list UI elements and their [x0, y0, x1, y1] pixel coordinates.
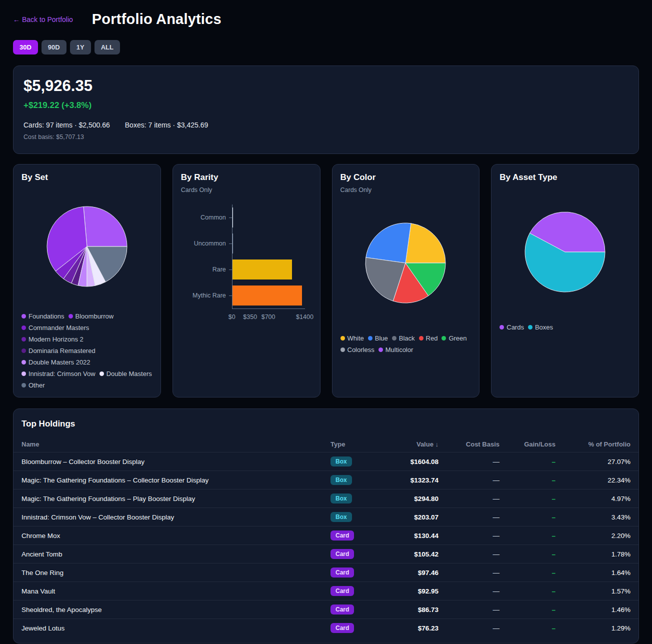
- legend-item-multicolor: Multicolor: [378, 346, 414, 354]
- time-range-button-all[interactable]: ALL: [94, 40, 120, 54]
- chart-title-by-asset-type: By Asset Type: [500, 172, 630, 182]
- legend-label: Modern Horizons 2: [28, 336, 84, 343]
- holding-cost-basis: —: [438, 495, 500, 502]
- holding-row[interactable]: Sheoldred, the ApocalypseCard$86.73—–1.4…: [14, 600, 638, 618]
- holding-cost-basis: —: [438, 606, 500, 614]
- holding-row[interactable]: Ancient TombCard$105.42—–1.78%: [14, 544, 638, 563]
- by-set-pie: [22, 182, 152, 310]
- top-holdings-card: Top Holdings NameTypeValue ↓Cost BasisGa…: [13, 408, 639, 644]
- holding-cost-basis: —: [438, 624, 500, 632]
- x-axis-tick-label: $350: [243, 314, 257, 320]
- column-header--of-portfolio[interactable]: % of Portfolio: [556, 440, 630, 448]
- type-badge-box: Box: [330, 475, 352, 485]
- holding-row[interactable]: Magic: The Gathering Foundations – Play …: [14, 489, 638, 508]
- holding-value: $97.46: [374, 569, 438, 576]
- holding-portfolio-pct: 22.34%: [556, 476, 630, 484]
- holding-value: $86.73: [374, 606, 438, 614]
- bar-chart-plot-area: [232, 204, 305, 309]
- legend-dot: [340, 348, 345, 352]
- bar-uncommon: [232, 234, 233, 254]
- holdings-table-body: Bloomburrow – Collector Booster DisplayB…: [14, 452, 638, 637]
- legend-label: Innistrad: Crimson Vow: [28, 370, 96, 378]
- bar-category-label-rare: Rare: [181, 256, 232, 282]
- legend-dot: [368, 336, 372, 340]
- holding-portfolio-pct: 1.29%: [556, 624, 630, 632]
- legend-item-red: Red: [419, 334, 438, 342]
- chart-subtitle-by-rarity: Cards Only: [181, 186, 312, 194]
- holding-name: Chrome Mox: [22, 532, 330, 540]
- cost-basis: Cost basis: $5,707.13: [24, 134, 628, 140]
- chart-title-by-rarity: By Rarity: [181, 172, 312, 182]
- holding-value: $1604.08: [374, 458, 438, 466]
- legend-label: Foundations: [28, 312, 64, 320]
- legend-dot: [22, 337, 26, 342]
- holding-row[interactable]: Magic: The Gathering Foundations – Colle…: [14, 470, 638, 489]
- legend-item-other: Other: [22, 382, 45, 389]
- holding-row[interactable]: Innistrad: Crimson Vow – Collector Boost…: [14, 508, 638, 526]
- holding-portfolio-pct: 27.07%: [556, 458, 630, 466]
- holding-row[interactable]: Chrome MoxCard$130.44—–2.20%: [14, 526, 638, 544]
- legend-dot: [340, 336, 345, 340]
- holding-value: $130.44: [374, 532, 438, 540]
- holding-row[interactable]: The One RingCard$97.46—–1.64%: [14, 563, 638, 582]
- holding-value: $76.23: [374, 624, 438, 632]
- holding-name: Magic: The Gathering Foundations – Colle…: [22, 476, 330, 484]
- column-header-value-[interactable]: Value ↓: [374, 440, 438, 448]
- legend-item-double-masters-2022: Double Masters 2022: [22, 358, 90, 366]
- legend-label: White: [348, 334, 364, 342]
- holding-value: $203.07: [374, 514, 438, 521]
- holding-value: $294.80: [374, 495, 438, 502]
- legend-item-black: Black: [392, 334, 415, 342]
- portfolio-analytics-page: ← Back to Portfolio Portfolio Analytics …: [0, 0, 652, 644]
- page-header: ← Back to Portfolio Portfolio Analytics: [13, 11, 639, 28]
- by-color-chart-card: By Color Cards Only WhiteBlueBlackRedGre…: [332, 164, 480, 398]
- portfolio-breakdown: Cards: 97 items · $2,500.66 Boxes: 7 ite…: [24, 121, 628, 129]
- legend-item-modern-horizons-2: Modern Horizons 2: [22, 336, 84, 343]
- holding-name: Magic: The Gathering Foundations – Play …: [22, 495, 330, 502]
- legend-dot: [378, 348, 383, 352]
- legend-label: Boxes: [535, 324, 553, 331]
- holding-value: $105.42: [374, 550, 438, 558]
- legend-dot: [22, 360, 26, 364]
- x-axis-ticks: $0$350$700$1400: [232, 309, 305, 321]
- legend-label: Black: [399, 334, 415, 342]
- back-to-portfolio-link[interactable]: ← Back to Portfolio: [13, 16, 73, 24]
- legend-dot: [419, 336, 424, 340]
- time-range-button-90d[interactable]: 90D: [42, 40, 66, 54]
- column-header-cost-basis[interactable]: Cost Basis: [438, 440, 500, 448]
- x-axis-tick-label: $1400: [296, 314, 314, 320]
- legend-item-colorless: Colorless: [340, 346, 374, 354]
- bar-category-label-uncommon: Uncommon: [181, 230, 232, 256]
- holding-cost-basis: —: [438, 458, 500, 466]
- holding-gain-loss: –: [500, 606, 556, 614]
- holding-row[interactable]: Mana VaultCard$92.95—–1.57%: [14, 582, 638, 600]
- boxes-breakdown: Boxes: 7 items · $3,425.69: [125, 121, 208, 129]
- legend-item-dominaria-remastered: Dominaria Remastered: [22, 347, 96, 354]
- legend-dot: [500, 325, 504, 330]
- legend-item-cards: Cards: [500, 324, 524, 331]
- portfolio-change: +$219.22 (+3.8%): [24, 100, 628, 110]
- legend-item-double-masters: Double Masters: [100, 370, 152, 378]
- type-badge-card: Card: [330, 604, 354, 614]
- time-range-button-1y[interactable]: 1Y: [70, 40, 91, 54]
- by-asset-type-pie: [500, 182, 630, 322]
- holding-gain-loss: –: [500, 458, 556, 466]
- legend-label: Dominaria Remastered: [28, 347, 96, 354]
- holding-row[interactable]: Bloomburrow – Collector Booster DisplayB…: [14, 452, 638, 470]
- legend-label: Commander Masters: [28, 324, 89, 332]
- column-header-gain-loss[interactable]: Gain/Loss: [500, 440, 556, 448]
- holdings-table-header: NameTypeValue ↓Cost BasisGain/Loss% of P…: [14, 436, 638, 452]
- type-badge-box: Box: [330, 456, 352, 466]
- column-header-name[interactable]: Name: [22, 440, 330, 448]
- holding-name: Ancient Tomb: [22, 550, 330, 558]
- holding-name: Bloomburrow – Collector Booster Display: [22, 458, 330, 466]
- legend-label: Colorless: [348, 346, 374, 354]
- time-range-button-30d[interactable]: 30D: [13, 40, 38, 54]
- legend-dot: [528, 325, 532, 330]
- holding-value: $1323.74: [374, 476, 438, 484]
- legend-dot: [22, 314, 26, 318]
- column-header-type[interactable]: Type: [330, 440, 374, 448]
- by-set-chart-card: By Set FoundationsBloomburrowCommander M…: [13, 164, 161, 398]
- holding-cost-basis: —: [438, 476, 500, 484]
- holding-row[interactable]: Jeweled LotusCard$76.23—–1.29%: [14, 618, 638, 637]
